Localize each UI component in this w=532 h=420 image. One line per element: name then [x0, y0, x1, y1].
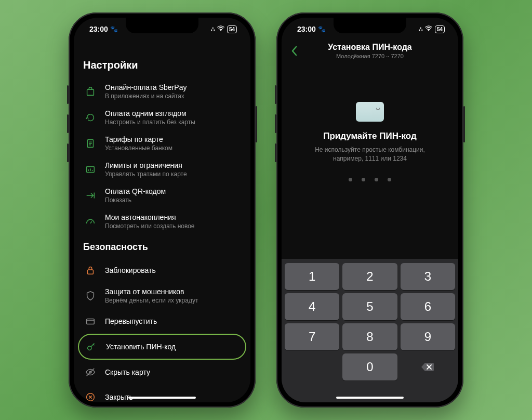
page-title: Настройки	[83, 41, 241, 78]
back-button[interactable]	[285, 42, 303, 60]
item-set-pin[interactable]: Установить ПИН-код	[78, 334, 246, 360]
key-0[interactable]: 0	[342, 353, 397, 380]
settings-content[interactable]: Настройки Онлайн-оплата SberPay В прилож…	[74, 41, 250, 402]
key-5[interactable]: 5	[342, 293, 397, 320]
card-icon	[83, 314, 98, 329]
item-autosavings[interactable]: Мои автонакопления Посмотреть или создат…	[83, 208, 241, 234]
notch	[126, 18, 198, 33]
security-section-title: Безопасность	[83, 234, 241, 258]
document-icon	[83, 136, 98, 151]
key-backspace[interactable]	[401, 353, 455, 380]
phone-left: 23:00 🐾 ∴ 54 Настройки Онлайн-оплата Sbe…	[69, 12, 256, 408]
item-close[interactable]: Закрыть	[83, 385, 241, 402]
pin-screen: Установка ПИН-кода Молодёжная 7270 ·· 72…	[282, 41, 458, 402]
notch	[334, 18, 406, 33]
key-8[interactable]: 8	[342, 323, 397, 350]
item-sberpay[interactable]: Онлайн-оплата SberPay В приложениях и на…	[83, 78, 241, 104]
chart-icon	[83, 162, 98, 177]
numeric-keypad: 1 2 3 4 5 6 7 8 9 0	[282, 259, 458, 402]
pin-dot	[349, 178, 352, 181]
header-title: Установка ПИН-кода	[282, 43, 458, 52]
status-time: 23:00	[89, 25, 108, 33]
pin-dot	[362, 178, 365, 181]
bag-icon	[83, 84, 98, 99]
battery-icon: 54	[435, 25, 445, 33]
svg-rect-0	[87, 89, 94, 95]
key-9[interactable]: 9	[401, 323, 455, 350]
key-icon	[84, 339, 99, 354]
pin-title: Придумайте ПИН-код	[282, 131, 458, 141]
status-time: 23:00	[297, 25, 316, 33]
home-indicator[interactable]	[336, 397, 404, 399]
wifi-icon	[217, 25, 224, 33]
item-qr-pay[interactable]: Оплата QR-кодом Показать	[83, 182, 241, 208]
status-right: ∴ 54	[419, 25, 445, 33]
item-limits[interactable]: Лимиты и ограничения Управлять тратами п…	[83, 156, 241, 182]
phone-right: 23:00 🐾 ∴ 54 Установка ПИН-кода Молодёжн…	[276, 12, 463, 408]
screen-right: 23:00 🐾 ∴ 54 Установка ПИН-кода Молодёжн…	[282, 18, 458, 402]
arrow-right-icon	[83, 188, 98, 203]
lock-icon	[83, 263, 98, 278]
pin-dots	[282, 178, 458, 181]
pin-dot	[388, 178, 391, 181]
item-sub: В приложениях и на сайтах	[105, 93, 187, 100]
screen-left: 23:00 🐾 ∴ 54 Настройки Онлайн-оплата Sbe…	[74, 18, 250, 402]
status-paw-icon: 🐾	[318, 25, 326, 33]
item-glance-pay[interactable]: Оплата одним взглядом Настроить и платит…	[83, 104, 241, 130]
gauge-icon	[83, 214, 98, 229]
key-2[interactable]: 2	[342, 263, 397, 290]
pin-dot	[375, 178, 378, 181]
pin-header: Установка ПИН-кода Молодёжная 7270 ·· 72…	[282, 41, 458, 65]
home-indicator[interactable]	[128, 397, 196, 399]
item-hide-card[interactable]: Скрыть карту	[83, 360, 241, 385]
pin-hint: Не используйте простые комбинации, напри…	[282, 146, 458, 163]
close-circle-icon	[83, 390, 98, 402]
svg-point-5	[88, 346, 91, 350]
key-3[interactable]: 3	[401, 263, 455, 290]
signal-icon: ∴	[419, 25, 422, 33]
item-title: Онлайн-оплата SberPay	[105, 83, 187, 91]
header-sub: Молодёжная 7270 ·· 7270	[282, 53, 458, 59]
signal-icon: ∴	[211, 25, 215, 33]
eye-off-icon	[83, 365, 98, 379]
pin-body: Придумайте ПИН-код Не используйте просты…	[282, 65, 458, 181]
svg-rect-3	[88, 270, 94, 274]
wifi-icon	[425, 25, 432, 33]
item-block[interactable]: Заблокировать	[83, 258, 241, 283]
item-reissue[interactable]: Перевыпустить	[83, 309, 241, 334]
key-7[interactable]: 7	[285, 323, 339, 350]
key-1[interactable]: 1	[285, 263, 339, 290]
item-tariffs[interactable]: Тарифы по карте Установленные банком	[83, 130, 241, 156]
battery-icon: 54	[227, 25, 237, 33]
card-illustration	[356, 102, 384, 122]
key-4[interactable]: 4	[285, 293, 339, 320]
status-paw-icon: 🐾	[110, 25, 118, 33]
shield-icon	[83, 288, 98, 303]
key-6[interactable]: 6	[401, 293, 455, 320]
status-right: ∴ 54	[211, 25, 237, 33]
svg-rect-4	[87, 319, 95, 324]
key-blank	[285, 353, 339, 380]
refresh-icon	[83, 110, 98, 125]
item-fraud-protect[interactable]: Защита от мошенников Вернём деньги, если…	[83, 283, 241, 309]
